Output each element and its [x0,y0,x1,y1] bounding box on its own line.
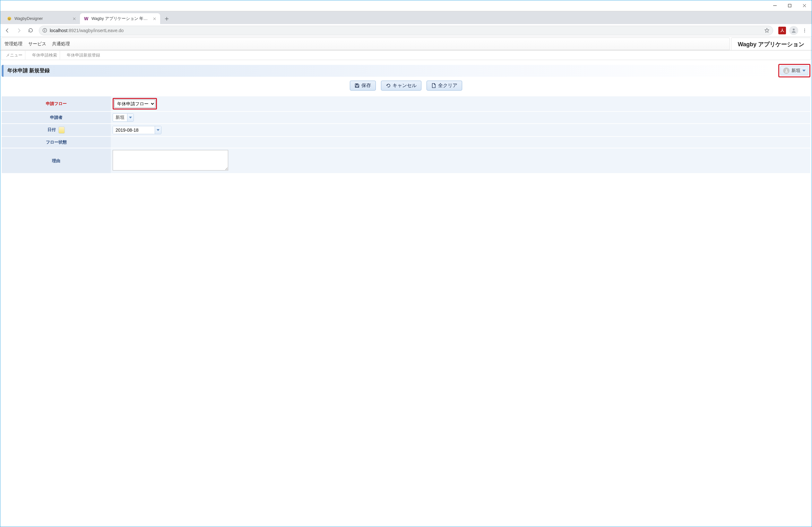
app-root: 管理処理 サービス 共通処理 Wagby アプリケーション メニュー 年休申請検… [0,37,812,174]
svg-point-15 [45,29,45,30]
svg-point-17 [793,29,795,30]
svg-point-6 [10,18,10,19]
chevron-down-icon[interactable] [127,114,133,122]
window-minimize-button[interactable] [767,0,782,11]
address-bar[interactable]: localhost:8921/wagby/insertLeave.do [39,26,773,35]
flow-state-value [111,137,810,148]
window-maximize-button[interactable] [782,0,797,11]
svg-point-4 [8,17,11,20]
svg-point-20 [804,31,805,32]
browser-toolbar: localhost:8921/wagby/insertLeave.do 人 [0,24,812,37]
breadcrumb: メニュー 年休申請検索 年休申請新規登録 [1,51,811,60]
app-menu-bar: 管理処理 サービス 共通処理 [1,38,730,50]
url-text: localhost:8921/wagby/insertLeave.do [50,28,762,33]
window-titlebar [0,0,812,11]
clear-label: 全クリア [438,83,458,89]
chevron-down-icon[interactable] [155,126,161,134]
page-titlebar: 年休申請 新規登録 新垣 [2,64,810,77]
page-title: 年休申請 新規登録 [2,65,776,77]
save-button[interactable]: 保存 [350,81,376,90]
breadcrumb-item[interactable]: 年休申請新規登録 [62,51,105,60]
label-date: 日付 [47,127,56,132]
breadcrumb-item[interactable]: メニュー [1,51,28,60]
profile-avatar-button[interactable] [789,26,798,35]
svg-point-18 [804,29,805,29]
browser-tab[interactable]: WagbyDesigner [3,13,80,24]
form-table: 申請フロー 年休申請フロー 申請者 新垣 [2,96,810,174]
cancel-label: キャンセル [392,83,417,89]
browser-menu-button[interactable] [799,25,810,35]
avatar-icon [783,68,789,74]
user-chip-highlight: 新垣 [778,64,810,77]
save-icon [354,83,360,88]
app-name: Wagby アプリケーション [731,38,811,50]
applicant-combo[interactable]: 新垣 [113,113,134,122]
date-input[interactable] [113,126,155,134]
svg-point-21 [786,69,787,71]
svg-point-5 [8,18,9,19]
window-close-button[interactable] [797,0,812,11]
site-info-icon[interactable] [42,28,47,33]
back-button[interactable] [2,25,13,35]
tab-title: Wagby アプリケーション 年休申請新 [91,16,149,22]
date-field[interactable] [113,126,161,134]
svg-rect-16 [45,30,45,32]
applicant-value: 新垣 [113,114,127,122]
flow-select[interactable]: 年休申請フロー [114,100,155,108]
svg-rect-23 [356,86,359,87]
menu-admin[interactable]: 管理処理 [4,41,23,47]
chevron-down-icon [802,70,806,72]
menu-service[interactable]: サービス [28,41,46,47]
favicon-icon [7,16,12,21]
tab-close-icon[interactable] [152,16,157,21]
save-label: 保存 [361,83,371,89]
svg-text:W: W [84,16,89,21]
reason-textarea[interactable] [113,150,228,171]
favicon-icon: W [84,16,89,21]
menu-common[interactable]: 共通処理 [52,41,70,47]
label-flow: 申請フロー [46,101,67,106]
url-host: localhost [50,28,68,33]
action-bar: 保存 キャンセル 全クリア [0,81,812,90]
svg-rect-1 [788,4,791,7]
user-chip-name: 新垣 [792,68,800,73]
extension-badge[interactable]: 人 [778,27,786,34]
label-applicant: 申請者 [2,111,111,124]
browser-tabstrip: WagbyDesigner W Wagby アプリケーション 年休申請新 [0,11,812,24]
svg-point-19 [804,30,805,30]
calendar-icon[interactable] [58,127,65,133]
undo-icon [386,83,391,88]
tab-title: WagbyDesigner [14,16,69,21]
label-flow-state: フロー状態 [2,137,111,148]
svg-rect-22 [356,84,358,85]
clear-all-button[interactable]: 全クリア [426,81,462,90]
document-icon [431,83,436,88]
reload-button[interactable] [25,25,35,35]
tab-close-icon[interactable] [72,16,77,21]
flow-select-highlight: 年休申請フロー [113,98,157,110]
breadcrumb-item[interactable]: 年休申請検索 [28,51,62,60]
app-topbar: 管理処理 サービス 共通処理 Wagby アプリケーション [0,37,812,51]
user-chip[interactable]: 新垣 [780,66,809,75]
url-path: :8921/wagby/insertLeave.do [68,28,124,33]
bookmark-star-icon[interactable] [764,28,770,33]
browser-tab-active[interactable]: W Wagby アプリケーション 年休申請新 [80,13,160,24]
cancel-button[interactable]: キャンセル [381,81,421,90]
label-reason: 理由 [2,148,111,173]
forward-button[interactable] [14,25,24,35]
new-tab-button[interactable] [162,14,171,23]
